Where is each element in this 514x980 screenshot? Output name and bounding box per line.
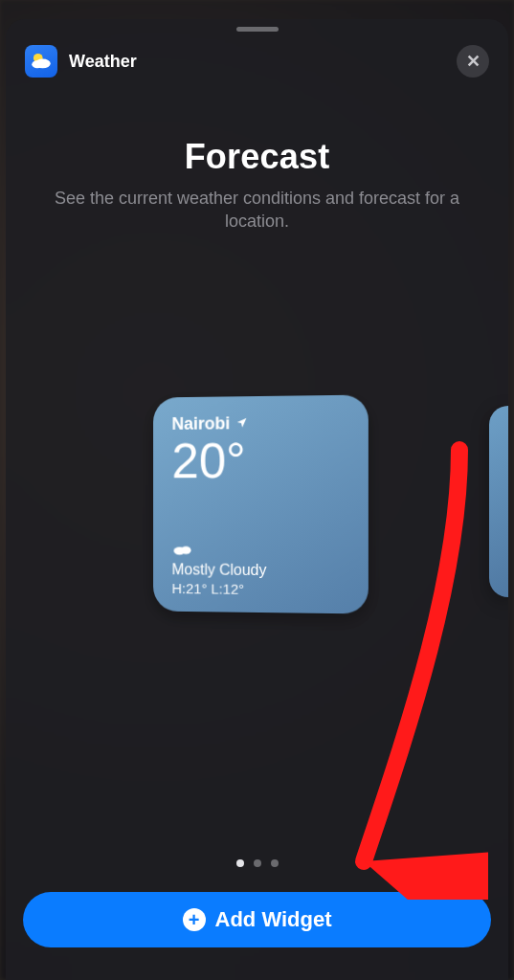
weather-app-icon — [25, 45, 57, 78]
page-indicator[interactable] — [6, 859, 508, 867]
widget-temperature: 20° — [171, 434, 348, 485]
svg-point-2 — [32, 60, 42, 68]
close-button[interactable]: ✕ — [457, 45, 489, 78]
page-title: Forecast — [31, 137, 483, 177]
page-subtitle: See the current weather conditions and f… — [31, 187, 483, 234]
widget-high-low: H:21° L:12° — [171, 580, 348, 598]
widget-location-row: Nairobi — [171, 412, 348, 434]
widget-preview-area[interactable]: Nairobi 20° Mostly Cloudy H:21° L:12° — [6, 396, 508, 635]
weather-widget-small[interactable]: Nairobi 20° Mostly Cloudy H:21° L:12° — [153, 394, 369, 613]
cloud-icon — [171, 540, 348, 560]
add-widget-label: Add Widget — [215, 907, 332, 932]
sheet-header: Weather ✕ — [6, 32, 508, 83]
location-arrow-icon — [235, 415, 248, 431]
svg-point-4 — [181, 546, 191, 553]
page-dot[interactable] — [236, 859, 244, 867]
page-dot[interactable] — [271, 859, 279, 867]
page-dot[interactable] — [254, 859, 261, 867]
widget-location: Nairobi — [171, 413, 230, 434]
widget-condition: Mostly Cloudy — [171, 561, 348, 579]
plus-circle-icon: + — [183, 908, 206, 931]
title-block: Forecast See the current weather conditi… — [6, 83, 508, 234]
next-widget-peek[interactable] — [489, 406, 508, 597]
app-name-label: Weather — [69, 52, 137, 72]
widget-picker-sheet: Weather ✕ Forecast See the current weath… — [6, 19, 508, 980]
close-icon: ✕ — [466, 51, 480, 72]
widget-condition-block: Mostly Cloudy H:21° L:12° — [171, 540, 348, 597]
add-widget-button[interactable]: + Add Widget — [23, 892, 491, 947]
